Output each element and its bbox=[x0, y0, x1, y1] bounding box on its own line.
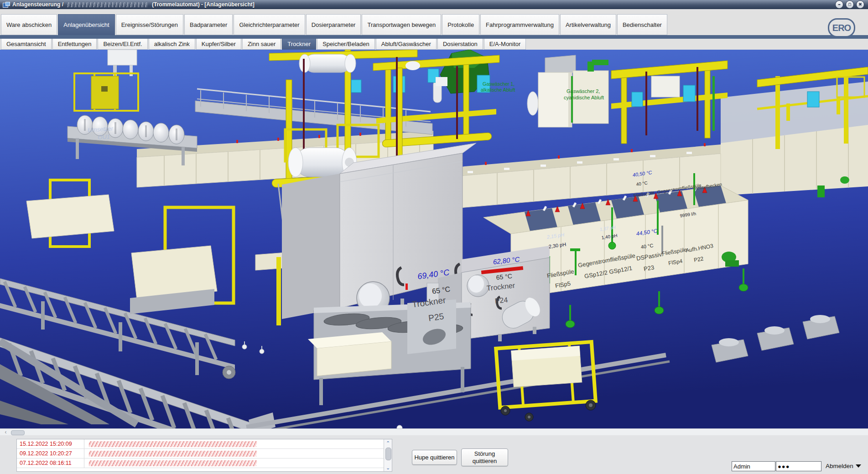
tab-alkalisch-zink[interactable]: alkalisch Zink bbox=[149, 39, 195, 50]
alarm-log: 15.12.2022 15:20:0909.12.2022 10:20:2707… bbox=[16, 439, 392, 472]
alarm-timestamp: 09.12.2022 10:20:27 bbox=[17, 449, 84, 458]
tab-e-a-monitor[interactable]: E/A-Monitor bbox=[484, 39, 526, 50]
viewport-hscrollbar[interactable]: ‹ bbox=[0, 428, 868, 435]
yellow-post bbox=[276, 257, 281, 325]
app-window-icon bbox=[3, 2, 10, 7]
window-title-suffix: (Trommelautomat) - [Anlagenübersicht] bbox=[152, 1, 255, 8]
abmelden-button[interactable]: Abmelden bbox=[826, 463, 853, 469]
tab-speicher-beladen[interactable]: Speicher/Beladen bbox=[317, 39, 375, 50]
minimize-button[interactable]: – bbox=[835, 0, 843, 9]
close-button[interactable]: ✕ bbox=[856, 0, 864, 9]
tab-gleichrichterparameter[interactable]: Gleichrichterparameter bbox=[234, 14, 305, 35]
dropdown-arrow-icon[interactable] bbox=[856, 464, 861, 468]
window-titlebar: Anlagensteuerung / (Trommelautomat) - [A… bbox=[0, 0, 868, 9]
tab-entfettungen[interactable]: Entfettungen bbox=[52, 39, 97, 50]
hscroll-thumb[interactable] bbox=[11, 430, 25, 435]
alarm-timestamp: 15.12.2022 15:20:09 bbox=[17, 439, 84, 448]
tab-transportwagen-bewegen[interactable]: Transportwagen bewegen bbox=[362, 14, 441, 35]
tab-abluft-gaswäscher[interactable]: Abluft/Gaswäscher bbox=[376, 39, 437, 50]
tab-zinn-sauer[interactable]: Zinn sauer bbox=[242, 39, 281, 50]
alarm-row[interactable]: 15.12.2022 15:20:09 bbox=[17, 439, 384, 449]
stoerung-line1: Störung bbox=[474, 450, 495, 457]
vscroll-thumb[interactable] bbox=[385, 448, 391, 460]
main-tab-bar: Ware abschickenAnlagenübersichtEreigniss… bbox=[0, 9, 868, 35]
username-field[interactable] bbox=[732, 461, 775, 471]
tab-dosierstation[interactable]: Dosierstation bbox=[437, 39, 483, 50]
redacted-alarm-text bbox=[88, 460, 257, 466]
alarm-row[interactable]: 07.12.2022 08:16:11 bbox=[17, 459, 384, 468]
password-field[interactable] bbox=[776, 461, 821, 471]
hupe-quittieren-button[interactable]: Hupe quittieren bbox=[412, 450, 457, 465]
alarm-vscrollbar[interactable]: ⌃ ⌄ bbox=[384, 439, 392, 471]
tab-badparameter[interactable]: Badparameter bbox=[184, 14, 233, 35]
scroll-left-icon[interactable]: ‹ bbox=[3, 429, 9, 435]
alarm-timestamp: 07.12.2022 08:16:11 bbox=[17, 459, 84, 468]
maximize-button[interactable]: □ bbox=[846, 0, 854, 9]
alarm-row[interactable]: 09.12.2022 10:20:27 bbox=[17, 449, 384, 459]
viewport-3d[interactable]: UmsetzerOU1Gaswäscher 1,alkalische Abluf… bbox=[0, 50, 868, 428]
tab-trockner[interactable]: Trockner bbox=[282, 39, 316, 50]
stoerung-line2: quittieren bbox=[473, 458, 497, 464]
tab-ware-abschicken[interactable]: Ware abschicken bbox=[1, 14, 57, 35]
tab-beizen-el-entf-[interactable]: Beizen/El.Entf. bbox=[98, 39, 147, 50]
scroll-up-icon[interactable]: ⌃ bbox=[384, 440, 392, 446]
stoerung-quittieren-button[interactable]: Störung quittieren bbox=[461, 448, 508, 466]
ero-logo: ERO bbox=[828, 18, 855, 37]
redacted-customer-name bbox=[67, 2, 149, 7]
tab-anlagenübersicht[interactable]: Anlagenübersicht bbox=[58, 14, 114, 35]
tab-ereignisse-störungen[interactable]: Ereignisse/Störungen bbox=[116, 14, 183, 35]
tab-protokolle[interactable]: Protokolle bbox=[442, 14, 479, 35]
tab-kupfer-silber[interactable]: Kupfer/Silber bbox=[196, 39, 241, 50]
tab-artikelverwaltung[interactable]: Artikelverwaltung bbox=[560, 14, 616, 35]
tab-dosierparameter[interactable]: Dosierparameter bbox=[306, 14, 361, 35]
sub-tab-bar: GesamtansichtEntfettungenBeizen/El.Entf.… bbox=[0, 39, 868, 50]
redacted-alarm-text bbox=[88, 451, 257, 457]
tab-bedienschalter[interactable]: Bedienschalter bbox=[617, 14, 667, 35]
redacted-alarm-text bbox=[88, 441, 257, 447]
alarm-log-rows: 15.12.2022 15:20:0909.12.2022 10:20:2707… bbox=[17, 439, 384, 471]
plant-3d-scene bbox=[0, 50, 868, 428]
scroll-down-icon[interactable]: ⌄ bbox=[384, 464, 392, 471]
tab-gesamtansicht[interactable]: Gesamtansicht bbox=[1, 39, 52, 50]
window-title-prefix: Anlagensteuerung / bbox=[12, 1, 63, 8]
tab-accent-strip bbox=[0, 35, 868, 39]
tab-fahrprogrammverwaltung[interactable]: Fahrprogrammverwaltung bbox=[480, 14, 559, 35]
